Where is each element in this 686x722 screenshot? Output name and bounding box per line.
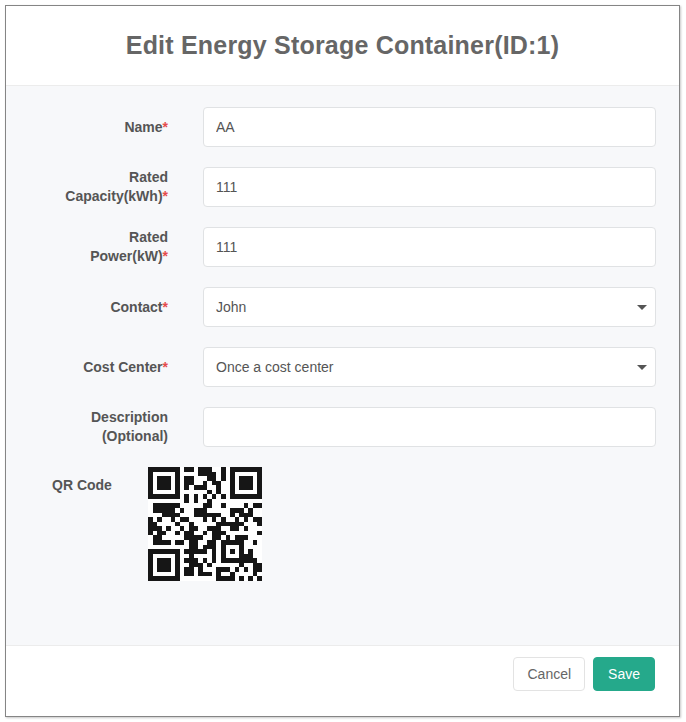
name-input[interactable] bbox=[203, 107, 656, 147]
dialog-title: Edit Energy Storage Container(ID:1) bbox=[126, 31, 559, 60]
qr-code-image bbox=[148, 467, 262, 581]
form-rows: Name* Rated Capacity(kWh)* Rated Power(k… bbox=[6, 107, 679, 447]
qr-code-row: QR Code bbox=[6, 467, 656, 581]
qr-code-label: QR Code bbox=[52, 467, 148, 493]
chevron-down-icon bbox=[637, 365, 647, 370]
qr-code-svg bbox=[148, 467, 262, 581]
field-label: Name* bbox=[48, 118, 168, 137]
required-mark: * bbox=[163, 188, 168, 204]
cost-center-row: Cost Center* bbox=[6, 347, 656, 387]
field-label: Rated Power(kW)* bbox=[48, 228, 168, 266]
description-row: Description (Optional) bbox=[6, 407, 656, 447]
cost-center-select[interactable] bbox=[203, 347, 656, 387]
required-mark: * bbox=[163, 299, 168, 315]
contact-row: Contact* bbox=[6, 287, 656, 327]
field-label: Cost Center* bbox=[48, 358, 168, 377]
rated-capacity-row: Rated Capacity(kWh)* bbox=[6, 167, 656, 207]
name-row: Name* bbox=[6, 107, 656, 147]
contact-select[interactable] bbox=[203, 287, 656, 327]
rated-power-row: Rated Power(kW)* bbox=[6, 227, 656, 267]
field-label: Description (Optional) bbox=[48, 408, 168, 446]
description-input[interactable] bbox=[203, 407, 656, 447]
dialog-footer: Cancel Save bbox=[6, 645, 679, 716]
dialog-body: Name* Rated Capacity(kWh)* Rated Power(k… bbox=[6, 86, 679, 645]
field-label: Contact* bbox=[48, 298, 168, 317]
required-mark: * bbox=[163, 119, 168, 135]
dialog-header: Edit Energy Storage Container(ID:1) bbox=[6, 6, 679, 86]
required-mark: * bbox=[163, 248, 168, 264]
field-label: Rated Capacity(kWh)* bbox=[48, 168, 168, 206]
save-button[interactable]: Save bbox=[593, 657, 655, 691]
chevron-down-icon bbox=[637, 305, 647, 310]
required-mark: * bbox=[163, 359, 168, 375]
cancel-button[interactable]: Cancel bbox=[513, 657, 585, 691]
rated-power-input[interactable] bbox=[203, 227, 656, 267]
edit-energy-storage-container-dialog: Edit Energy Storage Container(ID:1) Name… bbox=[5, 5, 680, 717]
rated-capacity-input[interactable] bbox=[203, 167, 656, 207]
